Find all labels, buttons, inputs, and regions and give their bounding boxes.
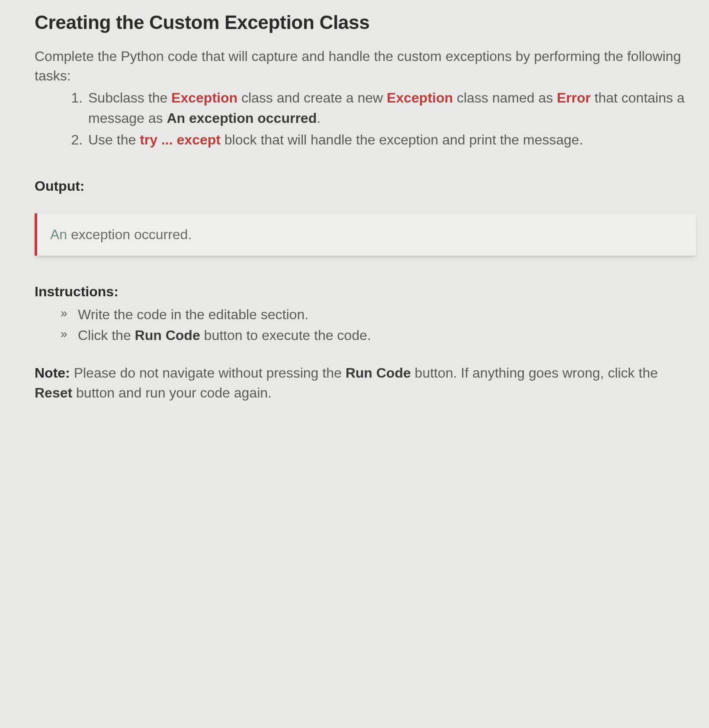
keyword-exception: Exception [387, 90, 453, 106]
page-title: Creating the Custom Exception Class [35, 9, 696, 36]
instruction-item-2: Click the Run Code button to execute the… [61, 325, 696, 345]
task-item-2: Use the try ... except block that will h… [87, 130, 696, 150]
bold-reset: Reset [35, 385, 72, 401]
task-text: . [317, 110, 321, 126]
output-heading: Output: [35, 176, 696, 196]
note-paragraph: Note: Please do not navigate without pre… [35, 363, 696, 403]
instructions-list: Write the code in the editable section. … [61, 305, 696, 346]
instruction-item-1: Write the code in the editable section. [61, 305, 696, 324]
note-text: Please do not navigate without pressing … [70, 365, 346, 381]
instruction-text: Click the [78, 327, 135, 343]
task-text: block that will handle the exception and… [221, 132, 583, 148]
task-text: class named as [453, 90, 557, 106]
task-text: Use the [88, 132, 140, 148]
output-box: An exception occurred. [35, 213, 696, 256]
instructions-heading: Instructions: [35, 282, 696, 301]
keyword-try-except: try ... except [140, 132, 221, 148]
note-label: Note: [35, 365, 70, 381]
bold-run-code: Run Code [346, 365, 411, 381]
instruction-text: button to execute the code. [200, 327, 371, 343]
note-text: button and run your code again. [72, 385, 272, 401]
output-text-rest: exception occurred. [67, 227, 192, 242]
task-text: Subclass the [88, 90, 171, 106]
content-container: Creating the Custom Exception Class Comp… [35, 9, 696, 403]
task-list: Subclass the Exception class and create … [87, 88, 696, 150]
task-item-1: Subclass the Exception class and create … [87, 88, 696, 128]
keyword-error: Error [557, 90, 590, 106]
intro-text: Complete the Python code that will captu… [35, 47, 696, 86]
keyword-exception: Exception [171, 90, 237, 106]
instruction-text: Write the code in the editable section. [78, 307, 308, 322]
bold-run-code: Run Code [135, 327, 200, 343]
note-text: button. If anything goes wrong, click th… [411, 365, 658, 381]
bold-message: An exception occurred [167, 110, 317, 126]
task-text: class and create a new [237, 90, 387, 106]
output-text-first: An [50, 227, 67, 242]
